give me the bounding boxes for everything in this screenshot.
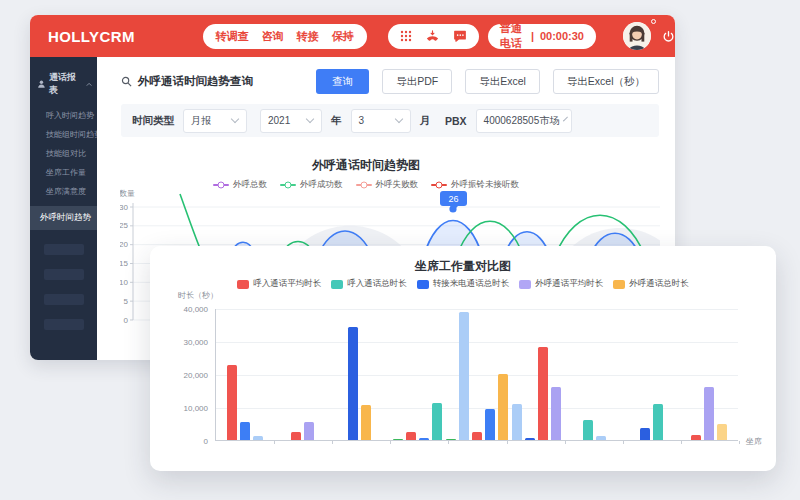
bar-chart-card: 坐席工作量对比图 呼入通话平均时长呼入通话总时长转接来电通话总时长外呼通话平均时… bbox=[150, 246, 776, 471]
bar bbox=[393, 439, 403, 440]
bar bbox=[419, 438, 429, 440]
time-type-value: 月报 bbox=[191, 114, 211, 128]
bar bbox=[717, 424, 727, 441]
legend-item[interactable]: 外呼通话平均时长 bbox=[519, 278, 603, 290]
bar-chart-ylabel: 时长（秒） bbox=[178, 290, 218, 301]
sidebar-group-call-reports[interactable]: 通话报表 bbox=[30, 57, 97, 106]
sidebar-group-label: 通话报表 bbox=[49, 71, 81, 97]
reports-person-icon bbox=[37, 79, 46, 89]
svg-text:10: 10 bbox=[120, 278, 129, 287]
x-tick bbox=[332, 441, 333, 444]
chevron-down-icon bbox=[563, 117, 568, 122]
legend-label: 呼入通话平均时长 bbox=[253, 278, 321, 290]
bar-group bbox=[623, 404, 681, 440]
y-tick: 40,000 bbox=[154, 305, 208, 314]
legend-swatch bbox=[417, 280, 429, 289]
hang-up-phone-icon[interactable] bbox=[425, 29, 440, 44]
call-mode-label: 普通电话 bbox=[500, 21, 525, 51]
sidebar-item[interactable]: 坐席工作量 bbox=[30, 163, 97, 182]
bar bbox=[446, 439, 456, 440]
bar-chart-legend: 呼入通话平均时长呼入通话总时长转接来电通话总时长外呼通话平均时长外呼通话总时长 bbox=[150, 278, 776, 290]
bar bbox=[227, 365, 237, 440]
x-tick bbox=[623, 441, 624, 444]
month-value: 3 bbox=[359, 115, 365, 126]
sidebar-item[interactable]: 技能组对比 bbox=[30, 144, 97, 163]
bar-group bbox=[566, 420, 624, 440]
x-tick bbox=[739, 441, 740, 444]
x-tick bbox=[274, 441, 275, 444]
bar bbox=[512, 404, 522, 440]
bar bbox=[704, 387, 714, 440]
call-action-buttons: 转调查咨询转接保持 bbox=[203, 24, 367, 49]
bar bbox=[583, 420, 593, 440]
call-action-button[interactable]: 转接 bbox=[297, 29, 319, 44]
export-button[interactable]: 导出Excel（秒） bbox=[553, 69, 659, 94]
export-button[interactable]: 导出Excel bbox=[465, 69, 540, 94]
x-tick bbox=[681, 441, 682, 444]
call-action-button[interactable]: 转调查 bbox=[216, 29, 249, 44]
x-tick bbox=[565, 441, 566, 444]
svg-text:5: 5 bbox=[124, 297, 129, 306]
sidebar-item-active[interactable]: 外呼时间趋势 bbox=[30, 206, 97, 230]
chevron-down-icon bbox=[306, 115, 314, 123]
bar-group bbox=[681, 387, 739, 440]
legend-swatch bbox=[237, 280, 249, 289]
sidebar-item[interactable]: 技能组时间趋势 bbox=[30, 125, 97, 144]
year-select[interactable]: 2021 bbox=[260, 109, 322, 133]
call-action-button[interactable]: 保持 bbox=[332, 29, 354, 44]
legend-item[interactable]: 外呼通话总时长 bbox=[613, 278, 689, 290]
time-type-select[interactable]: 月报 bbox=[183, 109, 247, 133]
bar-chart-plot bbox=[215, 309, 738, 441]
year-unit-label: 年 bbox=[331, 114, 342, 128]
sidebar-skeleton-item bbox=[44, 319, 84, 330]
bar bbox=[291, 432, 301, 440]
search-button[interactable]: 查询 bbox=[316, 69, 369, 94]
bar-group bbox=[216, 365, 274, 440]
bar bbox=[348, 327, 358, 440]
bar-chart-xlabel: 坐席 bbox=[746, 436, 762, 447]
bar-group bbox=[508, 347, 566, 440]
bar-group bbox=[274, 422, 332, 440]
sidebar-item[interactable]: 呼入时间趋势 bbox=[30, 106, 97, 125]
power-logout-icon[interactable] bbox=[662, 30, 675, 43]
bar bbox=[485, 409, 495, 440]
export-button[interactable]: 导出PDF bbox=[382, 69, 452, 94]
legend-item[interactable]: 转接来电通话总时长 bbox=[417, 278, 510, 290]
call-status-divider: | bbox=[531, 30, 534, 42]
x-tick bbox=[448, 441, 449, 444]
bar bbox=[538, 347, 548, 440]
time-type-label: 时间类型 bbox=[132, 114, 174, 128]
bar bbox=[432, 403, 442, 440]
bar-groups bbox=[216, 309, 738, 440]
bar bbox=[472, 432, 482, 440]
y-tick: 10,000 bbox=[154, 404, 208, 413]
chat-bubble-icon[interactable] bbox=[453, 29, 467, 43]
chevron-down-icon bbox=[394, 115, 402, 123]
svg-text:15: 15 bbox=[120, 259, 129, 268]
y-tick: 30,000 bbox=[154, 338, 208, 347]
bar bbox=[361, 405, 371, 440]
y-tick: 0 bbox=[154, 437, 208, 446]
page-title: 外呼通话时间趋势查询 bbox=[138, 74, 253, 89]
svg-text:0: 0 bbox=[124, 316, 129, 325]
call-status-pill[interactable]: 普通电话 | 00:00:30 bbox=[488, 24, 596, 49]
call-action-button[interactable]: 咨询 bbox=[262, 29, 284, 44]
status-badge bbox=[651, 19, 656, 24]
svg-text:25: 25 bbox=[120, 221, 129, 230]
bar bbox=[551, 387, 561, 440]
pbx-select[interactable]: 4000628505市场 bbox=[476, 109, 572, 133]
legend-label: 外呼通话平均时长 bbox=[535, 278, 603, 290]
bar-group bbox=[389, 403, 447, 440]
legend-item[interactable]: 呼入通话总时长 bbox=[331, 278, 407, 290]
dialpad-grid-icon[interactable] bbox=[400, 30, 412, 42]
month-select[interactable]: 3 bbox=[351, 109, 411, 133]
svg-text:20: 20 bbox=[120, 240, 129, 249]
bar bbox=[498, 374, 508, 440]
call-timer: 00:00:30 bbox=[540, 30, 584, 42]
sidebar-item[interactable]: 坐席满意度 bbox=[30, 182, 97, 201]
user-avatar[interactable] bbox=[623, 22, 651, 50]
app-logo: HOLLYCRM bbox=[48, 28, 135, 45]
legend-item[interactable]: 呼入通话平均时长 bbox=[237, 278, 321, 290]
x-tick bbox=[390, 441, 391, 444]
legend-label: 外呼通话总时长 bbox=[629, 278, 689, 290]
